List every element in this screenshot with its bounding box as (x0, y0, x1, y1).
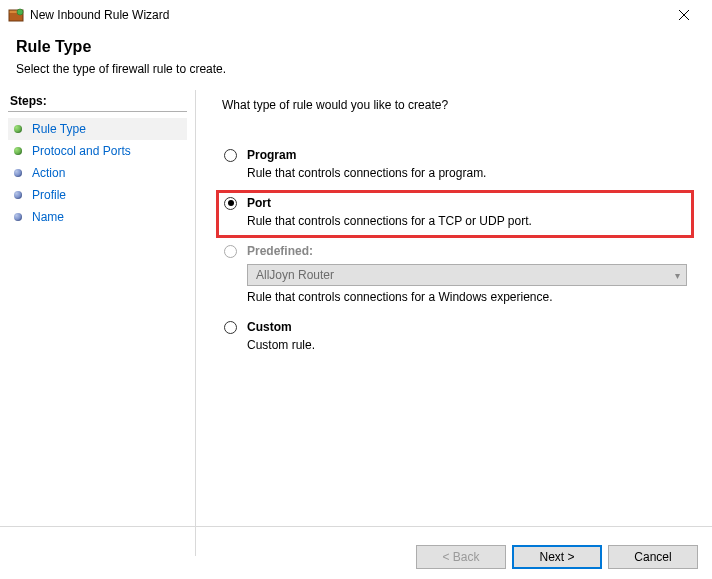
svg-point-3 (17, 9, 23, 15)
predefined-select: AllJoyn Router ▾ (247, 264, 687, 286)
step-protocol-and-ports[interactable]: Protocol and Ports (8, 140, 187, 162)
step-bullet-icon (14, 169, 22, 177)
window-title: New Inbound Rule Wizard (30, 8, 664, 22)
option-custom[interactable]: Custom Custom rule. (216, 314, 694, 362)
titlebar: New Inbound Rule Wizard (0, 0, 712, 30)
back-button: < Back (416, 545, 506, 569)
predefined-selected-value: AllJoyn Router (256, 268, 334, 282)
option-description: Rule that controls connections for a Win… (247, 290, 688, 304)
step-rule-type[interactable]: Rule Type (8, 118, 187, 140)
step-label: Protocol and Ports (32, 144, 131, 158)
step-label: Name (32, 210, 64, 224)
sidebar-divider (8, 111, 187, 112)
close-button[interactable] (664, 0, 704, 30)
content-prompt: What type of rule would you like to crea… (222, 98, 694, 112)
step-bullet-icon (14, 147, 22, 155)
page-subtitle: Select the type of firewall rule to crea… (16, 62, 696, 76)
option-description: Custom rule. (247, 338, 688, 352)
option-predefined[interactable]: Predefined: AllJoyn Router ▾ Rule that c… (216, 238, 694, 314)
cancel-button[interactable]: Cancel (608, 545, 698, 569)
step-bullet-icon (14, 213, 22, 221)
step-label: Rule Type (32, 122, 86, 136)
option-label: Predefined: (247, 244, 313, 258)
option-description: Rule that controls connections for a pro… (247, 166, 688, 180)
option-program[interactable]: Program Rule that controls connections f… (216, 142, 694, 190)
option-label: Program (247, 148, 296, 162)
rule-type-options: Program Rule that controls connections f… (216, 142, 694, 362)
wizard-footer: < Back Next > Cancel (416, 545, 698, 569)
footer-divider (0, 526, 712, 527)
radio-predefined[interactable] (224, 245, 237, 258)
radio-custom[interactable] (224, 321, 237, 334)
step-action[interactable]: Action (8, 162, 187, 184)
steps-heading: Steps: (8, 94, 187, 108)
close-icon (679, 10, 689, 20)
step-name[interactable]: Name (8, 206, 187, 228)
firewall-app-icon (8, 7, 24, 23)
page-title: Rule Type (16, 38, 696, 56)
radio-port[interactable] (224, 197, 237, 210)
steps-sidebar: Steps: Rule Type Protocol and Ports Acti… (0, 86, 195, 556)
step-bullet-icon (14, 125, 22, 133)
option-label: Custom (247, 320, 292, 334)
next-button[interactable]: Next > (512, 545, 602, 569)
wizard-content: What type of rule would you like to crea… (196, 86, 712, 556)
wizard-header: Rule Type Select the type of firewall ru… (0, 30, 712, 86)
radio-program[interactable] (224, 149, 237, 162)
option-port[interactable]: Port Rule that controls connections for … (216, 190, 694, 238)
step-label: Action (32, 166, 65, 180)
chevron-down-icon: ▾ (675, 270, 680, 281)
step-bullet-icon (14, 191, 22, 199)
option-description: Rule that controls connections for a TCP… (247, 214, 688, 228)
step-label: Profile (32, 188, 66, 202)
step-profile[interactable]: Profile (8, 184, 187, 206)
option-label: Port (247, 196, 271, 210)
